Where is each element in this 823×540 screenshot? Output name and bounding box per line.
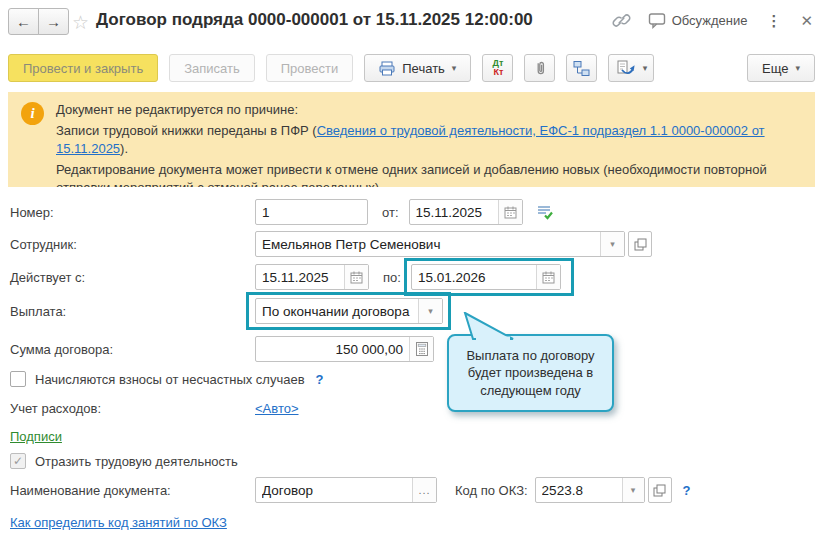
open-form-icon [653,484,666,497]
document-window: ← → ☆ Договор подряда 0000-000001 от 15.… [0,0,823,540]
number-label: Номер: [10,205,255,220]
validity-row: Действует с: по: [10,264,561,290]
write-button[interactable]: Записать [169,54,255,82]
caret-down-icon: ▾ [795,63,800,73]
okz-dropdown-button[interactable]: ▾ [622,478,644,502]
toolbar: Провести и закрыть Записать Провести Печ… [8,54,815,82]
dt-kt-icon: ДтКт [492,59,503,77]
dt-kt-postings-button[interactable]: ДтКт [482,54,513,82]
more-menu-icon[interactable]: ⋮ [764,12,783,30]
accident-checkbox[interactable] [10,371,26,387]
labor-checkbox-label: Отразить трудовую деятельность [35,454,238,469]
labor-checkbox[interactable]: ✓ [10,453,26,469]
close-icon[interactable]: ✕ [800,12,813,30]
forward-button[interactable]: → [38,8,69,35]
accident-help-link[interactable]: ? [316,372,324,387]
favorites-star-icon[interactable]: ☆ [72,11,89,34]
print-button[interactable]: Печать ▾ [364,54,471,82]
okz-help-question-link[interactable]: ? [683,483,691,498]
forward-arrow-icon: → [46,13,61,30]
calendar-icon[interactable] [498,200,522,224]
caret-down-icon: ▾ [631,485,636,495]
amount-input[interactable] [256,337,409,361]
info-icon: i [21,102,44,125]
valid-from-label: Действует с: [10,270,255,285]
caret-down-icon: ▾ [428,306,433,316]
okz-input[interactable] [536,478,622,502]
back-button[interactable]: ← [8,8,39,35]
set-date-check-icon[interactable] [536,204,554,220]
speech-bubble-icon [648,12,666,29]
banner-warning: Редактирование документа может привести … [56,161,801,187]
employee-dropdown-button[interactable]: ▾ [600,232,624,256]
okz-open-button[interactable] [648,477,672,503]
caret-down-icon: ▾ [452,63,457,73]
doc-name-label: Наименование документа: [10,483,255,498]
print-label: Печать [402,61,445,76]
expense-auto-link[interactable]: <Авто> [255,401,299,416]
banner-reason-title: Документ не редактируется по причине: [56,101,801,119]
banner-reason-line: Записи трудовой книжки переданы в ПФР (С… [56,122,801,158]
labor-checkbox-row: ✓ Отразить трудовую деятельность [10,448,238,474]
accident-checkbox-row: Начисляются взносы от несчастных случаев… [10,366,324,392]
calendar-icon[interactable] [344,265,368,289]
calendar-icon[interactable] [536,265,560,289]
expense-row: Учет расходов: <Авто> [10,395,299,421]
page-title: Договор подряда 0000-000001 от 15.11.202… [96,10,533,30]
structure-icon [573,60,590,77]
valid-to-label: по: [383,270,401,285]
post-button[interactable]: Провести [266,54,354,82]
valid-from-input[interactable] [256,265,344,289]
signatures-row: Подписи [10,423,62,449]
accident-checkbox-label: Начисляются взносы от несчастных случаев [35,372,305,387]
post-and-close-button[interactable]: Провести и закрыть [8,54,158,82]
get-link-icon[interactable] [612,11,631,30]
paperclip-icon [532,60,548,76]
caret-down-icon: ▾ [610,239,615,249]
document-structure-button[interactable] [566,54,597,82]
calculator-icon[interactable] [409,337,433,361]
expense-label: Учет расходов: [10,401,255,416]
amount-row: Сумма договора: [10,336,434,362]
back-arrow-icon: ← [16,13,31,30]
doc-name-input[interactable] [256,478,412,502]
employee-input[interactable] [256,232,600,256]
signatures-link[interactable]: Подписи [10,429,62,444]
employee-open-button[interactable] [628,231,652,257]
valid-to-input[interactable] [412,265,536,289]
employee-row: Сотрудник: ▾ [10,231,652,257]
banner-reason-prefix: Записи трудовой книжки переданы в ПФР ( [56,123,317,138]
create-based-on-button[interactable]: ▾ [608,54,654,82]
doc-name-row: Наименование документа: ... Код по ОКЗ: … [10,477,691,503]
create-based-on-icon [616,60,636,76]
payment-dropdown-button[interactable]: ▾ [418,299,442,323]
okz-help-link[interactable]: Как определить код занятий по ОКЗ [10,515,227,530]
open-form-icon [634,238,647,251]
doc-name-choose-button[interactable]: ... [412,478,436,502]
callout-tail [453,312,523,340]
check-icon: ✓ [13,454,23,468]
okz-help-row: Как определить код занятий по ОКЗ [10,509,227,535]
nav-buttons: ← → [8,8,69,35]
number-input[interactable] [256,200,367,224]
callout-text: Выплата по договору будет произведена в … [459,347,602,400]
date-from-label: от: [382,205,399,220]
payment-row: Выплата: ▾ [10,298,443,324]
more-label: Еще [762,61,788,76]
printer-icon [379,61,395,76]
not-editable-banner: i Документ не редактируется по причине: … [8,92,815,187]
discussion-label: Обсуждение [672,13,748,28]
employee-label: Сотрудник: [10,237,255,252]
amount-label: Сумма договора: [10,342,255,357]
discussion-button[interactable]: Обсуждение [648,12,748,29]
document-date-input[interactable] [410,200,498,224]
attachments-button[interactable] [524,54,555,82]
more-button[interactable]: Еще ▾ [747,54,815,82]
annotation-callout: Выплата по договору будет произведена в … [447,334,614,412]
banner-reason-suffix: ). [120,141,128,156]
number-row: Номер: от: [10,199,554,225]
payment-select[interactable] [256,299,418,323]
payment-label: Выплата: [10,304,255,319]
ellipsis-icon: ... [418,484,430,496]
title-actions: Обсуждение ⋮ ✕ [612,11,813,30]
